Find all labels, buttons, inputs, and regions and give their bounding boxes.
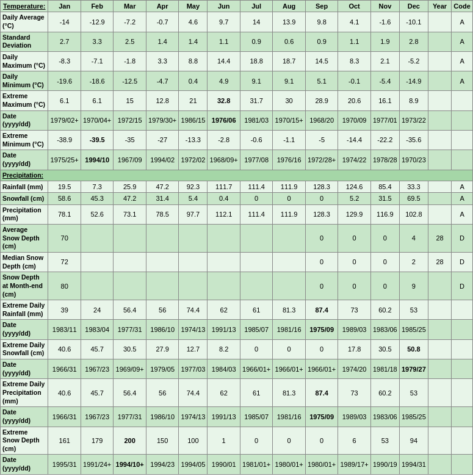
section-header-precipitation: Precipitation: [1, 170, 473, 181]
row-label-extreme-daily-snowfall: Extreme Daily Snowfall (cm) [1, 339, 48, 359]
header-dec: Dec [399, 1, 428, 12]
cell-std-dev-9: 1.1 [338, 32, 370, 51]
cell-snowfall-2: 47.2 [114, 193, 146, 204]
cell-date-extreme-snow-depth-10: 1990/19 [370, 455, 399, 474]
cell-precipitation-10: 116.9 [370, 204, 399, 224]
cell-daily-avg-0: -14 [48, 12, 81, 32]
code-date-extreme-min [452, 150, 473, 170]
header-jun: Jun [208, 1, 240, 12]
cell-std-dev-8: 0.9 [305, 32, 338, 51]
cell-extreme-daily-rainfall-11: 53 [399, 300, 428, 320]
header-code: Code [452, 1, 473, 12]
cell-snow-depth-month-end-5 [208, 272, 240, 300]
cell-extreme-daily-snowfall-9: 17.8 [338, 339, 370, 359]
cell-precipitation-6: 111.4 [240, 204, 272, 224]
cell-precipitation-4: 97.7 [179, 204, 208, 224]
year-snow-depth-month-end [428, 272, 451, 300]
cell-date-extreme-snow-depth-9: 1989/17+ [338, 455, 370, 474]
cell-date-extreme-min-4: 1972/02 [179, 150, 208, 170]
cell-precipitation-0: 78.1 [48, 204, 81, 224]
cell-extreme-snow-depth-0: 161 [48, 427, 81, 455]
year-std-dev [428, 32, 451, 51]
cell-median-snow-depth-6 [240, 252, 272, 272]
header-aug: Aug [273, 1, 305, 12]
cell-extreme-min-6: -0.6 [240, 130, 272, 150]
table-row: Daily Average (°C)-14-12.9-7.2-0.74.69.7… [1, 12, 473, 32]
cell-extreme-daily-precip-1: 45.7 [81, 379, 113, 407]
cell-date-extreme-daily-rainfall-8: 1975/09 [305, 320, 338, 339]
row-label-precipitation: Precipitation (mm) [1, 204, 48, 224]
cell-extreme-daily-precip-2: 56.4 [114, 379, 146, 407]
cell-date-extreme-daily-precip-9: 1989/03 [338, 407, 370, 427]
table-row: Date (yyyy/dd)1983/111983/041977/311986/… [1, 320, 473, 339]
cell-extreme-min-1: -39.5 [81, 130, 113, 150]
cell-extreme-min-2: -35 [114, 130, 146, 150]
cell-extreme-min-9: -14.4 [338, 130, 370, 150]
cell-date-extreme-daily-precip-1: 1967/23 [81, 407, 113, 427]
cell-date-extreme-daily-snowfall-5: 1984/03 [208, 359, 240, 379]
cell-date-extreme-daily-rainfall-5: 1991/13 [208, 320, 240, 339]
code-date-extreme-daily-snowfall [452, 359, 473, 379]
cell-snow-depth-month-end-0: 80 [48, 272, 81, 300]
cell-date-extreme-daily-snowfall-9: 1974/20 [338, 359, 370, 379]
cell-extreme-min-4: -13.3 [179, 130, 208, 150]
cell-date-extreme-snow-depth-5: 1990/01 [208, 455, 240, 474]
cell-date-extreme-daily-rainfall-4: 1974/13 [179, 320, 208, 339]
table-row: Date (yyyy/dd)1966/311967/231969/09+1979… [1, 359, 473, 379]
cell-snow-depth-month-end-4 [179, 272, 208, 300]
year-median-snow-depth: 28 [428, 252, 451, 272]
cell-precipitation-2: 73.1 [114, 204, 146, 224]
cell-date-extreme-daily-precip-10: 1983/06 [370, 407, 399, 427]
row-label-daily-max: Daily Maximum (°C) [1, 51, 48, 71]
cell-date-extreme-min-7: 1976/16 [273, 150, 305, 170]
code-date-extreme-snow-depth [452, 455, 473, 474]
cell-snowfall-9: 5.2 [338, 193, 370, 204]
cell-daily-max-5: 14.4 [208, 51, 240, 71]
cell-extreme-daily-rainfall-0: 39 [48, 300, 81, 320]
cell-snow-depth-month-end-7 [273, 272, 305, 300]
cell-extreme-daily-snowfall-0: 40.6 [48, 339, 81, 359]
cell-extreme-max-10: 16.1 [370, 91, 399, 110]
cell-extreme-daily-snowfall-11: 50.8 [399, 339, 428, 359]
cell-date-extreme-max-8: 1968/20 [305, 110, 338, 130]
row-label-extreme-daily-rainfall: Extreme Daily Rainfall (mm) [1, 300, 48, 320]
cell-daily-avg-11: -10.1 [399, 12, 428, 32]
code-daily-avg: A [452, 12, 473, 32]
cell-std-dev-0: 2.7 [48, 32, 81, 51]
cell-daily-avg-1: -12.9 [81, 12, 113, 32]
row-label-date-extreme-daily-rainfall: Date (yyyy/dd) [1, 320, 48, 339]
cell-extreme-daily-precip-8: 87.4 [305, 379, 338, 407]
cell-std-dev-11: 2.8 [399, 32, 428, 51]
cell-daily-avg-10: -1.6 [370, 12, 399, 32]
cell-rainfall-7: 111.9 [273, 181, 305, 193]
cell-extreme-min-11: -35.6 [399, 130, 428, 150]
cell-median-snow-depth-0: 72 [48, 252, 81, 272]
cell-date-extreme-daily-precip-6: 1985/07 [240, 407, 272, 427]
cell-extreme-daily-rainfall-7: 81.3 [273, 300, 305, 320]
cell-extreme-daily-rainfall-6: 61 [240, 300, 272, 320]
cell-avg-snow-depth-0: 70 [48, 225, 81, 253]
cell-median-snow-depth-8: 0 [305, 252, 338, 272]
year-avg-snow-depth: 28 [428, 225, 451, 253]
header-oct: Oct [338, 1, 370, 12]
cell-daily-avg-7: 13.9 [273, 12, 305, 32]
cell-avg-snow-depth-11: 4 [399, 225, 428, 253]
year-precipitation [428, 204, 451, 224]
code-extreme-snow-depth [452, 427, 473, 455]
precipitation-section-label: Precipitation: [1, 170, 473, 181]
row-label-snow-depth-month-end: Snow Depth at Month-end (cm) [1, 272, 48, 300]
cell-date-extreme-snow-depth-2: 1994/10+ [114, 455, 146, 474]
climate-data-table: Temperature: Jan Feb Mar Apr May Jun Jul… [0, 0, 473, 475]
header-jan: Jan [48, 1, 81, 12]
table-row: Extreme Daily Precipitation (mm)40.645.7… [1, 379, 473, 407]
cell-snowfall-0: 58.6 [48, 193, 81, 204]
cell-date-extreme-daily-snowfall-4: 1977/03 [179, 359, 208, 379]
table-row: Standard Deviation2.73.32.51.41.41.10.90… [1, 32, 473, 51]
cell-avg-snow-depth-9: 0 [338, 225, 370, 253]
code-extreme-daily-snowfall [452, 339, 473, 359]
cell-snow-depth-month-end-10: 0 [370, 272, 399, 300]
table-row: Daily Minimum (°C)-19.6-18.6-12.5-4.70.4… [1, 71, 473, 91]
cell-extreme-daily-snowfall-7: 0 [273, 339, 305, 359]
cell-extreme-daily-precip-6: 61 [240, 379, 272, 407]
cell-rainfall-8: 128.3 [305, 181, 338, 193]
